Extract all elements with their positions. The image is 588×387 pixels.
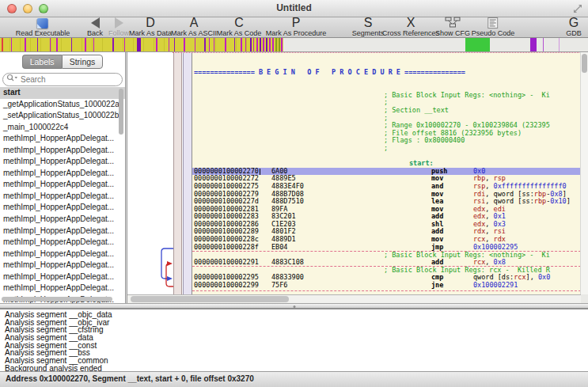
margin-column-pink — [173, 53, 182, 294]
instruction-operands: rcx, 0x8 — [473, 259, 506, 267]
mark-as-ascii-button[interactable]: AMark As ASCII — [171, 18, 217, 37]
segment-stripe — [269, 38, 271, 51]
sidebar-horizontal-scrollbar[interactable] — [2, 297, 112, 302]
instruction-mnemonic: add — [431, 259, 443, 267]
segment-stripe — [281, 38, 283, 51]
segment-stripe — [253, 38, 254, 51]
label-list-item[interactable]: methImpl_HopperAppDelegat... — [0, 249, 125, 260]
assembly-comment: ; — [192, 145, 581, 153]
segment-stripe — [124, 38, 125, 51]
segment-stripe — [137, 38, 141, 51]
fullscreen-icon[interactable] — [572, 3, 583, 14]
segment-stripe — [225, 38, 226, 51]
log-line: Analysis segment __const — [5, 342, 588, 350]
horizontal-scroll-thumb[interactable] — [131, 296, 289, 302]
label-list-item[interactable]: _main_1000022c4 — [0, 122, 125, 134]
minimize-button[interactable] — [23, 4, 32, 13]
pane-divider[interactable] — [0, 303, 588, 309]
listing-horizontal-scrollbar[interactable] — [127, 294, 581, 303]
label-list-item[interactable]: methImpl_HopperAppDelegat... — [0, 202, 125, 214]
status-bar: Address 0x100002270, Segment __text, sta… — [0, 371, 588, 387]
show-cfg-button[interactable]: Show CFG — [435, 18, 470, 37]
label-list-item[interactable]: methImpl_HopperAppDelegat... — [0, 191, 125, 203]
label-list-item[interactable]: methImpl_HopperAppDelegat... — [0, 156, 125, 168]
label-list-item[interactable]: _getApplicationStatus_1000022ac — [0, 99, 125, 111]
segment-stripe — [530, 38, 537, 51]
toolbar-item-label: Segments — [352, 29, 385, 37]
sidebar-tabs: Labels Strings — [0, 55, 125, 69]
blank-line — [192, 77, 581, 85]
search-input[interactable] — [2, 73, 123, 86]
mark-as-procedure-button[interactable]: PMark As Procedure — [266, 18, 327, 37]
listing-vertical-scrollbar[interactable] — [580, 52, 588, 294]
label-list-item[interactable]: methImpl_HopperAppDelegat... — [0, 283, 125, 294]
instruction-bytes: 75F6 — [271, 282, 287, 290]
instruction-row[interactable]: 000000010000228fEB04jmp0x100002295 — [192, 244, 581, 252]
segment-stripe — [184, 38, 185, 51]
tab-labels[interactable]: Labels — [22, 55, 62, 69]
instruction-bytes: 4883C108 — [271, 259, 304, 267]
toolbar-item-label: GDB — [566, 29, 582, 37]
segments-button[interactable]: SSegments — [352, 18, 385, 37]
instruction-address: 000000010000228f — [194, 244, 259, 252]
toolbar-item-label: Follow — [108, 29, 129, 37]
toolbar-item-label: Read Executable — [16, 29, 70, 37]
log-line: Background analysis ended — [5, 365, 588, 371]
segment-stripe — [174, 38, 175, 51]
segment-navigation-strip[interactable] — [0, 38, 588, 52]
instruction-mnemonic: jne — [431, 282, 443, 290]
label-list-item[interactable]: _setApplicationStatus_1000022b8 — [0, 110, 125, 122]
margin-column-lavender — [183, 53, 192, 294]
segment-stripe — [275, 38, 277, 51]
label-list-item[interactable]: methImpl_HopperAppDelegat... — [0, 214, 125, 226]
label-list-item[interactable]: methImpl_HopperAppDelegat... — [0, 226, 125, 237]
follow-button[interactable]: Follow — [108, 18, 129, 37]
sidebar-vertical-scrollbar[interactable] — [119, 89, 123, 135]
instruction-address: 0000000100002299 — [194, 282, 259, 290]
back-button[interactable]: Back — [87, 18, 103, 37]
vertical-scroll-thumb[interactable] — [582, 54, 587, 73]
mark-as-data-button[interactable]: DMark As Data — [129, 18, 172, 37]
label-list-item[interactable]: methImpl_HopperAppDelegat... — [0, 260, 125, 271]
triangle-right-icon — [114, 17, 123, 28]
assembly-listing[interactable]: =============== B E G I N O F P R O C E … — [192, 53, 581, 294]
tab-strings[interactable]: Strings — [62, 55, 104, 69]
segment-stripe — [260, 38, 261, 51]
read-executable-button[interactable]: Read Executable — [16, 18, 70, 37]
pseudo-code-button[interactable]: Pseudo Code — [472, 18, 515, 37]
log-pane[interactable]: Analysis segment __objc_dataAnalysis seg… — [0, 309, 588, 371]
close-button[interactable] — [7, 4, 17, 13]
segment-stripe — [169, 38, 169, 51]
instruction-row[interactable]: 00000001000022914883C108addrcx, 0x8 — [192, 259, 581, 267]
segment-stripe — [465, 38, 490, 51]
mark-as-code-glyph: C — [234, 17, 244, 28]
label-list[interactable]: start_getApplicationStatus_1000022ac_set… — [0, 87, 125, 303]
basic-block-separator — [192, 290, 581, 293]
window-title: Untitled — [0, 0, 588, 17]
segment-stripe — [50, 38, 51, 51]
label-list-item[interactable]: methImpl_HopperAppDelegat... — [0, 179, 125, 191]
segment-stripe — [234, 38, 235, 51]
cross-references-button[interactable]: XCross References — [382, 18, 439, 37]
segment-stripe — [11, 38, 12, 51]
label-list-item[interactable]: methImpl_HopperAppDelegat... — [0, 237, 125, 249]
segments-glyph: S — [364, 17, 373, 28]
segment-stripe — [279, 38, 280, 51]
zoom-button[interactable] — [39, 4, 48, 13]
gdb-button[interactable]: GGDB — [566, 18, 582, 37]
toolbar-item-label: Cross References — [382, 29, 439, 37]
instruction-row[interactable]: 000000010000229975F6jne0x100002291 — [192, 282, 581, 290]
disassembly-view: =============== B E G I N O F P R O C E … — [127, 52, 588, 303]
document-icon — [37, 18, 48, 28]
toolbar-item-label: Mark As Code — [217, 29, 262, 37]
label-list-item[interactable]: methImpl_HopperAppDelegat... — [0, 133, 125, 145]
toolbar-item-label: Back — [87, 29, 103, 37]
mark-as-code-button[interactable]: CMark As Code — [217, 18, 262, 37]
label-list-item[interactable]: methImpl_HopperAppDelegat... — [0, 168, 125, 180]
label-list-item[interactable]: methImpl_HopperAppDelegat... — [0, 271, 125, 283]
segment-stripe — [214, 38, 214, 51]
segment-stripe — [156, 38, 157, 51]
segment-stripe — [256, 38, 258, 51]
label-list-item[interactable]: methImpl_HopperAppDelegat... — [0, 145, 125, 157]
label-list-item[interactable]: start — [0, 87, 125, 99]
